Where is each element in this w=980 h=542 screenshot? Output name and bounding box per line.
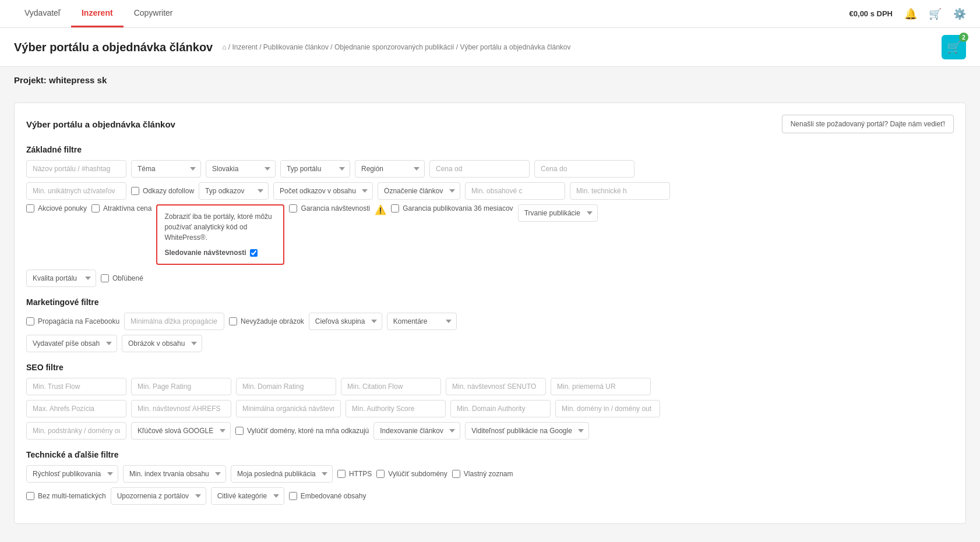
min-domain-authority-input[interactable] <box>450 400 551 417</box>
notification-icon[interactable]: 🔔 <box>904 8 917 20</box>
sledovanie-row: Sledovanie návštevnosti <box>164 247 276 258</box>
vylucit-domeny-checkbox[interactable] <box>235 427 244 435</box>
basic-filter-row3: Akciové ponuky Atraktívna cena Zobraziť … <box>26 204 954 265</box>
atraktivna-cena-checkbox[interactable] <box>91 204 100 212</box>
garancia-publikovania-checkbox[interactable] <box>391 204 399 212</box>
min-trust-flow-input[interactable] <box>26 378 126 395</box>
propagacia-facebook-label: Propagácia na Facebooku <box>38 317 119 325</box>
https-checkbox[interactable] <box>337 470 346 478</box>
basic-filter-row3b: Kvalita portálu Obľúbené <box>26 270 954 287</box>
embedovane-obsahy-wrap[interactable]: Embedované obsahy <box>289 492 366 500</box>
seo-filter-row3: Kľúčové slová GOOGLE Vylúčiť domény, kto… <box>26 422 954 440</box>
oznacenie-clankow-select[interactable]: Označenie článkov <box>378 182 460 200</box>
min-obsahove-input[interactable] <box>465 182 565 200</box>
marketing-filter-row1: Propagácia na Facebooku Nevyžaduje obráz… <box>26 313 954 330</box>
card-header: Výber portálu a objednávka článkov Nenaš… <box>26 115 954 133</box>
tab-inzerent[interactable]: Inzerent <box>71 0 124 27</box>
garancia-publikovania-wrap[interactable]: Garancia publikovania 36 mesiacov <box>391 204 513 212</box>
vlastny-zoznam-checkbox[interactable] <box>452 470 460 478</box>
sledovanie-checkbox[interactable] <box>250 249 258 257</box>
oblubene-checkbox[interactable] <box>101 274 109 282</box>
basic-filter-row1: Téma Slovakia Typ portálu Región <box>26 160 954 178</box>
garancia-navstevnosti-wrap[interactable]: Garancia návštevnosti <box>289 204 370 212</box>
min-domain-rating-input[interactable] <box>236 378 336 395</box>
tab-copywriter[interactable]: Copywriter <box>124 0 184 27</box>
not-found-button[interactable]: Nenašli ste požadovaný portál? Dajte nám… <box>782 115 954 133</box>
viditelnost-publikacie-select[interactable]: Viditeľnosť publikácie na Google <box>465 422 589 440</box>
region-select[interactable]: Región <box>355 160 425 178</box>
cena-od-input[interactable] <box>429 160 530 178</box>
tema-select[interactable]: Téma <box>131 160 201 178</box>
https-wrap[interactable]: HTTPS <box>337 470 372 478</box>
min-priemerna-ur-input[interactable] <box>551 378 651 395</box>
bez-multi-checkbox[interactable] <box>26 492 34 500</box>
country-select[interactable]: Slovakia <box>206 160 276 178</box>
vylucit-subdomeny-wrap[interactable]: Vylúčiť subdomény <box>376 470 447 478</box>
project-bar: Projekt: whitepress sk <box>0 67 980 93</box>
odkazy-dofollow-checkbox[interactable] <box>131 187 139 195</box>
min-technicke-input[interactable] <box>570 182 670 200</box>
upozornenia-select[interactable]: Upozornenia z portálov <box>111 487 206 505</box>
min-index-trvania-select[interactable]: Min. index trvania obsahu <box>123 465 226 483</box>
klucove-slova-select[interactable]: Kľúčové slová GOOGLE <box>131 422 231 440</box>
min-page-rating-input[interactable] <box>131 378 231 395</box>
obrazok-v-obsahu-select[interactable]: Obrázok v obsahu <box>122 335 202 352</box>
min-dlzka-propagacie-input[interactable] <box>124 313 224 330</box>
vylucit-subdomeny-label: Vylúčiť subdomény <box>388 470 447 478</box>
kvalita-portalu-select[interactable]: Kvalita portálu <box>26 270 96 287</box>
tab-vydavatel[interactable]: Vydavateľ <box>14 0 71 27</box>
pocet-odkazov-select[interactable]: Počet odkazov v obsahu <box>273 182 373 200</box>
indexovanie-clankow-select[interactable]: Indexovanie článkov <box>373 422 460 440</box>
oblubene-wrap[interactable]: Obľúbené <box>101 274 143 282</box>
oblubene-label: Obľúbené <box>112 274 143 282</box>
basic-filter-row2: Odkazy dofollow Typ odkazov Počet odkazo… <box>26 182 954 200</box>
cielova-skupina-select[interactable]: Cieľová skupina <box>309 313 382 330</box>
propagacia-facebook-wrap[interactable]: Propagácia na Facebooku <box>26 317 119 325</box>
trvanie-publikacie-select[interactable]: Trvanie publikácie <box>518 204 598 222</box>
nevyzaduje-obrazok-label: Nevyžaduje obrázok <box>241 317 304 325</box>
cart-button[interactable]: 🛒 2 <box>942 35 966 59</box>
cart-icon[interactable]: 🛒 <box>929 8 942 20</box>
warning-icon: ⚠️ <box>375 204 386 215</box>
akciove-ponuky-wrap[interactable]: Akciové ponuky <box>26 204 87 212</box>
bez-multi-wrap[interactable]: Bez multi-tematických <box>26 492 106 500</box>
citlive-kategorie-select[interactable]: Citlivé kategórie <box>211 487 284 505</box>
min-authority-score-input[interactable] <box>346 400 446 417</box>
min-navstevnost-ahrefs-input[interactable] <box>131 400 231 417</box>
https-label: HTTPS <box>349 470 372 478</box>
settings-icon[interactable]: ⚙️ <box>953 8 966 20</box>
vylucit-subdomeny-checkbox[interactable] <box>376 470 385 478</box>
section-seo-filters: SEO filtre <box>26 363 954 372</box>
typ-portalu-select[interactable]: Typ portálu <box>280 160 350 178</box>
name-hashtag-input[interactable] <box>26 160 126 178</box>
garancia-navstevnosti-checkbox[interactable] <box>289 204 297 212</box>
embedovane-obsahy-checkbox[interactable] <box>289 492 297 500</box>
propagacia-facebook-checkbox[interactable] <box>26 317 34 325</box>
vydavatel-pise-obsah-select[interactable]: Vydavateľ píše obsah <box>26 335 117 352</box>
akciove-ponuky-checkbox[interactable] <box>26 204 34 212</box>
vlastny-zoznam-label: Vlastný zoznam <box>464 470 513 478</box>
nevyzaduje-obrazok-wrap[interactable]: Nevyžaduje obrázok <box>229 317 304 325</box>
max-ahrefs-pozicia-input[interactable] <box>26 400 126 417</box>
cena-do-input[interactable] <box>534 160 634 178</box>
page-title: Výber portálu a objednávka článkov <box>14 41 213 54</box>
komentare-select[interactable]: Komentáre <box>387 313 457 330</box>
odkazy-dofollow-wrap[interactable]: Odkazy dofollow <box>131 187 194 195</box>
section-basic-filters: Základné filtre <box>26 145 954 154</box>
atraktivna-cena-wrap[interactable]: Atraktívna cena <box>91 204 151 212</box>
page-header: Výber portálu a objednávka článkov ⌂ / I… <box>0 28 980 67</box>
typ-odkazov-select[interactable]: Typ odkazov <box>199 182 269 200</box>
moja-posledna-publikacia-select[interactable]: Moja posledná publikácia <box>231 465 333 483</box>
min-unique-input[interactable] <box>26 182 126 200</box>
vlastny-zoznam-wrap[interactable]: Vlastný zoznam <box>452 470 513 478</box>
atraktivna-cena-label: Atraktívna cena <box>103 204 151 212</box>
nevyzaduje-obrazok-checkbox[interactable] <box>229 317 237 325</box>
main-card: Výber portálu a objednávka článkov Nenaš… <box>14 102 966 524</box>
rychlost-publikovania-select[interactable]: Rýchlosť publikovania <box>26 465 118 483</box>
min-domeny-in-input[interactable] <box>555 400 660 417</box>
min-navstevnost-senuto-input[interactable] <box>446 378 546 395</box>
min-citation-flow-input[interactable] <box>341 378 441 395</box>
min-organicka-input[interactable] <box>236 400 341 417</box>
min-podstranky-input[interactable] <box>26 422 126 440</box>
vylucit-domeny-wrap[interactable]: Vylúčiť domény, ktoré na mňa odkazujú <box>235 427 369 435</box>
